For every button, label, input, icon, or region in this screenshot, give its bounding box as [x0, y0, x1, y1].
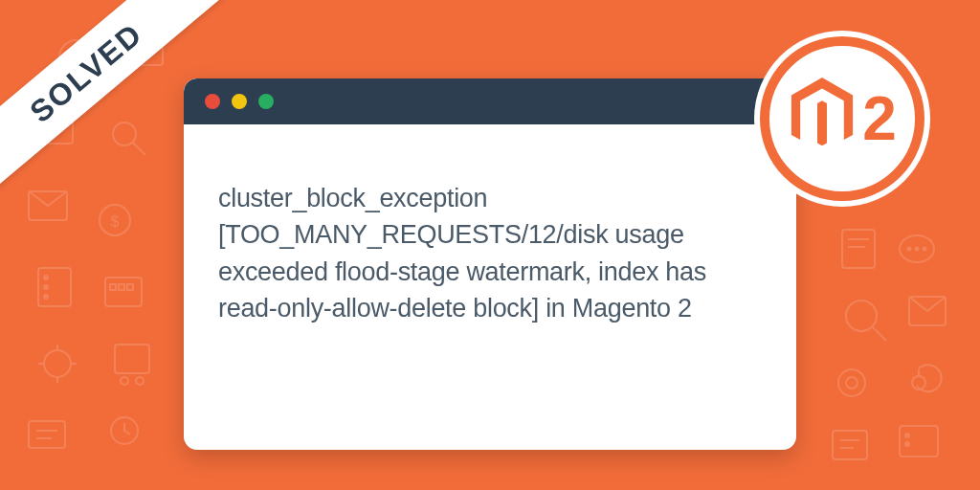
- window-content: cluster_block_exception [TOO_MANY_REQUES…: [184, 124, 796, 355]
- svg-point-14: [44, 276, 48, 279]
- svg-rect-33: [842, 230, 875, 268]
- svg-point-15: [44, 285, 48, 289]
- error-message: cluster_block_exception [TOO_MANY_REQUES…: [218, 180, 762, 326]
- svg-point-38: [924, 248, 926, 251]
- svg-point-27: [121, 377, 128, 385]
- svg-rect-18: [110, 284, 116, 290]
- error-window: cluster_block_exception [TOO_MANY_REQUES…: [184, 78, 796, 450]
- svg-point-42: [838, 369, 865, 396]
- svg-point-16: [44, 295, 48, 299]
- svg-rect-26: [115, 345, 149, 373]
- close-icon: [205, 94, 220, 109]
- svg-point-21: [44, 350, 71, 377]
- svg-point-39: [846, 301, 877, 331]
- svg-text:$: $: [111, 213, 120, 230]
- svg-point-51: [905, 442, 909, 446]
- svg-point-37: [916, 248, 919, 251]
- svg-rect-19: [119, 284, 124, 290]
- svg-point-36: [908, 248, 911, 251]
- window-titlebar: [184, 78, 796, 124]
- version-number: 2: [862, 88, 897, 149]
- svg-rect-46: [833, 431, 867, 459]
- svg-point-50: [905, 434, 909, 437]
- minimize-icon: [232, 94, 247, 109]
- svg-rect-17: [105, 278, 142, 306]
- svg-point-43: [846, 377, 858, 389]
- svg-rect-20: [127, 284, 133, 290]
- svg-point-8: [113, 122, 136, 145]
- svg-line-9: [133, 143, 145, 155]
- magento-icon: [788, 78, 857, 160]
- magento-badge: 2: [760, 36, 924, 201]
- svg-rect-29: [29, 421, 65, 448]
- svg-line-40: [873, 327, 886, 341]
- svg-rect-49: [900, 426, 938, 457]
- svg-point-28: [136, 377, 144, 385]
- maximize-icon: [258, 94, 274, 109]
